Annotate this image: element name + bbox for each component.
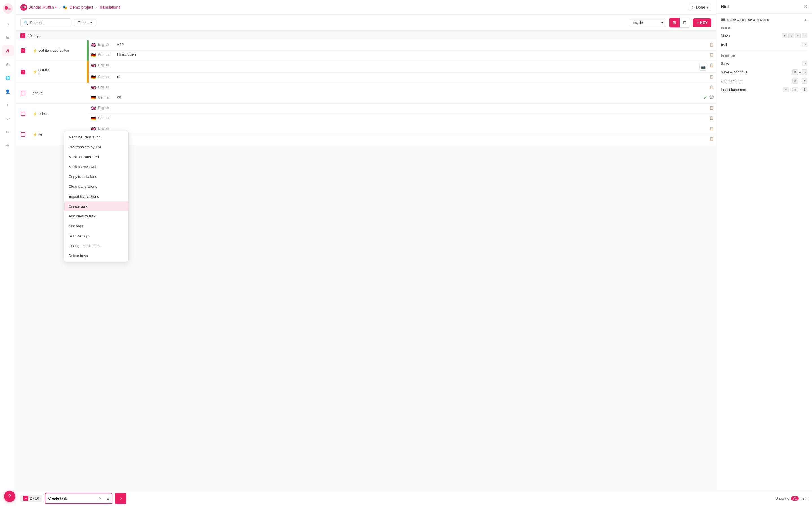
header: DM Dunder Mufflin ▾ › 🎭 Demo project › T…	[16, 0, 716, 15]
key-plus-sc: +	[799, 71, 801, 74]
divider-1	[721, 51, 807, 51]
key-left: ←	[795, 33, 801, 38]
add-key-button[interactable]: + KEY	[693, 18, 712, 27]
search-box[interactable]: 🔍	[20, 18, 71, 27]
chevron-up-icon[interactable]: ▲	[804, 17, 807, 22]
project-icon: 🎭	[62, 5, 67, 10]
showing-label: Showing	[775, 496, 789, 500]
hint-header: Hint ✕	[716, 0, 812, 13]
menu-item-pre-translate-tm[interactable]: Pre-translate by TM	[64, 142, 128, 152]
current-page-label: Translations	[99, 5, 120, 10]
org-link[interactable]: Dunder Mufflin	[28, 5, 54, 10]
key-cmd-ib: ⌘	[783, 87, 789, 92]
main-content: DM Dunder Mufflin ▾ › 🎭 Demo project › T…	[16, 0, 716, 506]
hint-close-button[interactable]: ✕	[804, 4, 807, 9]
deselect-all-button[interactable]: −	[20, 33, 25, 38]
key-cmd-sc: ⌘	[792, 70, 798, 75]
sidebar-item-dashboard[interactable]: ⊞	[2, 31, 14, 43]
keys-count-label: 10 keys	[28, 33, 40, 38]
svg-point-2	[8, 8, 11, 10]
menu-item-add-tags[interactable]: Add tags	[64, 221, 128, 231]
shortcut-save-continue-keys: ⌘ + ↵	[792, 70, 807, 75]
lang-select-value: en, de	[633, 21, 643, 25]
breadcrumb-org[interactable]: DM Dunder Mufflin ▾	[20, 4, 57, 11]
sidebar-item-upload[interactable]: ⬆	[2, 99, 14, 111]
breadcrumb-sep-1: ›	[59, 5, 61, 10]
key-enter-edit: ↵	[802, 42, 807, 47]
sidebar-item-settings[interactable]: ⚙	[2, 140, 14, 151]
menu-item-mark-translated[interactable]: Mark as translated	[64, 152, 128, 162]
chevron-down-icon: ▾	[55, 5, 57, 9]
shortcut-move-label: Move	[721, 33, 730, 38]
sidebar-item-code[interactable]: </>	[2, 113, 14, 124]
key-e-cs: E	[802, 78, 807, 84]
shortcut-save-continue: Save & continue ⌘ + ↵	[721, 70, 807, 75]
help-chat-button[interactable]: ?	[4, 491, 15, 502]
view-toggle-grid[interactable]: ⊞	[669, 18, 680, 27]
menu-item-export-translations[interactable]: Export translations	[64, 191, 128, 201]
breadcrumb-sep-2: ›	[95, 5, 97, 10]
key-enter-save: ↵	[802, 61, 807, 66]
key-right: →	[802, 33, 807, 38]
shortcut-change-state-label: Change state	[721, 79, 742, 83]
app-logo[interactable]	[3, 3, 13, 13]
menu-item-change-namespace[interactable]: Change namespace	[64, 241, 128, 251]
context-menu-overlay[interactable]	[16, 40, 716, 506]
shortcut-edit-label: Edit	[721, 43, 727, 47]
menu-item-add-keys-to-task[interactable]: Add keys to task	[64, 211, 128, 221]
menu-item-delete-keys[interactable]: Delete keys	[64, 251, 128, 261]
shortcut-insert-base-label: Insert base text	[721, 88, 746, 92]
shortcut-save-keys: ↵	[802, 61, 807, 66]
sidebar-item-tags[interactable]: ◎	[2, 59, 14, 70]
in-list-label: In list	[721, 26, 807, 30]
key-enter-sc: ↵	[802, 70, 807, 75]
key-up: ↑	[782, 33, 788, 38]
view-toggle-list[interactable]: ⊟	[680, 18, 690, 27]
done-button[interactable]: ▷ Done ▾	[689, 4, 712, 11]
svg-point-1	[5, 6, 8, 10]
menu-item-clear-translations[interactable]: Clear translations	[64, 182, 128, 191]
menu-item-mark-reviewed[interactable]: Mark as reviewed	[64, 162, 128, 172]
hint-section-title: ⌨ KEYBOARD SHORTCUTS	[721, 18, 770, 22]
shortcut-save-label: Save	[721, 61, 729, 66]
language-selector[interactable]: en, de ▾	[630, 19, 666, 27]
shortcut-change-state: Change state ⌘ + E	[721, 78, 807, 84]
menu-item-create-task[interactable]: Create task	[64, 201, 128, 211]
sidebar-item-translations[interactable]: A	[2, 45, 14, 57]
shortcut-insert-base: Insert base text ⌘ + ⇧ + S	[721, 87, 807, 92]
hint-section-header: ⌨ KEYBOARD SHORTCUTS ▲	[721, 17, 807, 22]
lang-select-chevron-icon: ▾	[661, 21, 663, 25]
key-plus-ib2: +	[799, 88, 801, 91]
key-plus-cs: +	[799, 79, 801, 83]
project-link[interactable]: Demo project	[70, 5, 93, 10]
toolbar: 🔍 Filter... ▾ en, de ▾ ⊞ ⊟ + KEY	[16, 15, 716, 31]
key-s-ib: S	[802, 87, 807, 92]
sidebar-item-email[interactable]: ✉	[2, 126, 14, 138]
context-menu: Machine translation Pre-translate by TM …	[64, 131, 129, 262]
item-label: item	[800, 496, 807, 500]
org-avatar: DM	[20, 4, 27, 11]
search-input[interactable]	[30, 21, 68, 25]
keyboard-icon: ⌨	[721, 18, 726, 22]
chevron-down-icon-done: ▾	[706, 5, 708, 10]
filter-label: Filter...	[78, 21, 89, 25]
sidebar: ⌂ ⊞ A ◎ 🌐 👤 ⬆ </> ✉ ⚙	[0, 0, 16, 506]
key-cmd-cs: ⌘	[792, 78, 798, 84]
shortcut-move: Move ↑ ↓ ← →	[721, 33, 807, 38]
header-right: ▷ Done ▾	[689, 4, 712, 11]
sidebar-item-users[interactable]: 👤	[2, 86, 14, 97]
breadcrumb: DM Dunder Mufflin ▾ › 🎭 Demo project › T…	[20, 4, 120, 11]
menu-item-copy-translations[interactable]: Copy translations	[64, 172, 128, 182]
sidebar-item-home[interactable]: ⌂	[2, 18, 14, 29]
play-icon: ▷	[692, 5, 695, 10]
menu-item-remove-tags[interactable]: Remove tags	[64, 231, 128, 241]
key-down: ↓	[788, 33, 794, 38]
search-icon: 🔍	[23, 20, 28, 25]
shortcut-save: Save ↵	[721, 61, 807, 66]
filter-button[interactable]: Filter... ▾	[74, 19, 96, 27]
in-editor-label: In editor	[721, 54, 807, 58]
menu-item-machine-translation[interactable]: Machine translation	[64, 132, 128, 142]
hint-panel: Hint ✕ ⌨ KEYBOARD SHORTCUTS ▲ In list Mo…	[716, 0, 812, 506]
sidebar-item-globe[interactable]: 🌐	[2, 72, 14, 84]
shortcut-insert-base-keys: ⌘ + ⇧ + S	[783, 87, 807, 92]
